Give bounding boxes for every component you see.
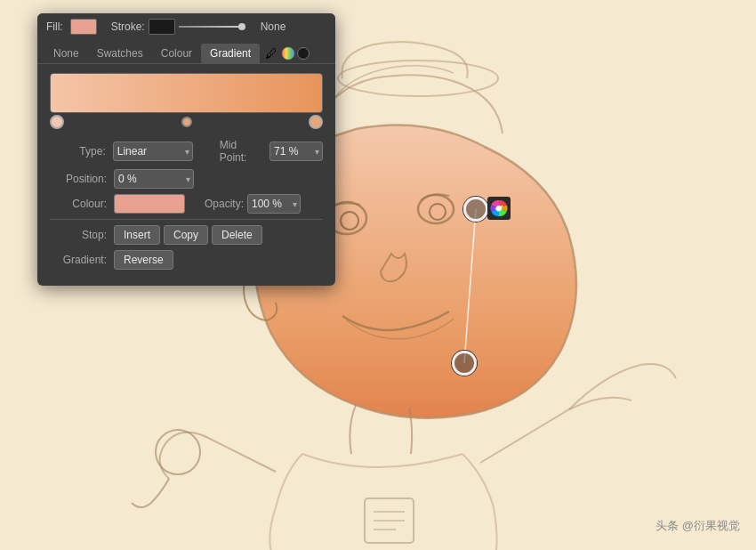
stroke-weight-bar[interactable] bbox=[179, 19, 250, 35]
position-label: Position: bbox=[50, 173, 114, 185]
color-picker-icon[interactable] bbox=[487, 197, 511, 220]
colour-row: Colour: Opacity: 100 % bbox=[50, 194, 323, 214]
colour-label: Colour: bbox=[50, 198, 114, 210]
copy-button[interactable]: Copy bbox=[164, 225, 208, 245]
type-select-wrapper: Linear Radial bbox=[113, 142, 193, 161]
delete-button[interactable]: Delete bbox=[212, 225, 262, 245]
fill-swatch[interactable] bbox=[70, 19, 97, 35]
panel-body: Type: Linear Radial Mid Point: 71 % Posi… bbox=[37, 132, 335, 286]
stroke-swatch[interactable] bbox=[149, 19, 175, 35]
stop-label: Stop: bbox=[50, 229, 114, 241]
gradient-stop-row bbox=[50, 115, 323, 129]
stop-row: Stop: Insert Copy Delete bbox=[50, 225, 323, 245]
black-circle-icon[interactable] bbox=[297, 47, 310, 60]
gradient-handle-top[interactable] bbox=[463, 197, 488, 222]
svg-point-13 bbox=[282, 47, 294, 60]
gradient-label: Gradient: bbox=[50, 254, 114, 266]
tab-none[interactable]: None bbox=[44, 44, 88, 63]
dropper-icon[interactable]: 🖊 bbox=[265, 46, 277, 63]
none-label: None bbox=[261, 20, 286, 33]
tab-gradient[interactable]: Gradient bbox=[201, 44, 260, 63]
reverse-button[interactable]: Reverse bbox=[114, 250, 173, 270]
color-wheel-icon[interactable] bbox=[281, 46, 295, 63]
gradient-handle-bottom[interactable] bbox=[452, 351, 477, 376]
type-label: Type: bbox=[50, 145, 113, 158]
position-row: Position: 0 % bbox=[50, 169, 323, 189]
watermark: 头条 @衍果视觉 bbox=[655, 518, 740, 534]
stroke-label: Stroke: bbox=[111, 20, 145, 33]
divider bbox=[50, 219, 323, 220]
stop-mid[interactable] bbox=[181, 117, 192, 127]
gradient-preview-area bbox=[37, 64, 335, 132]
type-row: Type: Linear Radial Mid Point: 71 % bbox=[50, 139, 323, 164]
fill-label: Fill: bbox=[46, 20, 63, 33]
tab-colour[interactable]: Colour bbox=[152, 44, 201, 63]
midpoint-select-wrapper: 71 % bbox=[269, 142, 323, 161]
tab-swatches[interactable]: Swatches bbox=[88, 44, 152, 63]
stroke-section: Stroke: bbox=[111, 19, 250, 35]
insert-button[interactable]: Insert bbox=[114, 225, 160, 245]
stop-right[interactable] bbox=[309, 115, 323, 129]
gradient-panel: Fill: Stroke: None None Swatches Colour … bbox=[37, 13, 335, 286]
colour-swatch[interactable] bbox=[114, 194, 185, 214]
opacity-label: Opacity: bbox=[205, 198, 244, 210]
opacity-select-wrapper: 100 % bbox=[247, 194, 301, 214]
gradient-row: Gradient: Reverse bbox=[50, 250, 323, 270]
panel-tabs: None Swatches Colour Gradient 🖊 bbox=[37, 40, 335, 64]
gradient-bar bbox=[50, 73, 323, 113]
gradient-bar-container bbox=[50, 73, 323, 126]
type-select[interactable]: Linear Radial bbox=[113, 142, 193, 161]
position-select-wrapper: 0 % bbox=[114, 169, 194, 189]
midpoint-label: Mid Point: bbox=[220, 139, 266, 164]
opacity-select[interactable]: 100 % bbox=[247, 194, 301, 214]
stop-left[interactable] bbox=[50, 115, 64, 129]
panel-topbar: Fill: Stroke: None bbox=[37, 13, 335, 40]
midpoint-select[interactable]: 71 % bbox=[269, 142, 323, 161]
position-select[interactable]: 0 % bbox=[114, 169, 194, 189]
